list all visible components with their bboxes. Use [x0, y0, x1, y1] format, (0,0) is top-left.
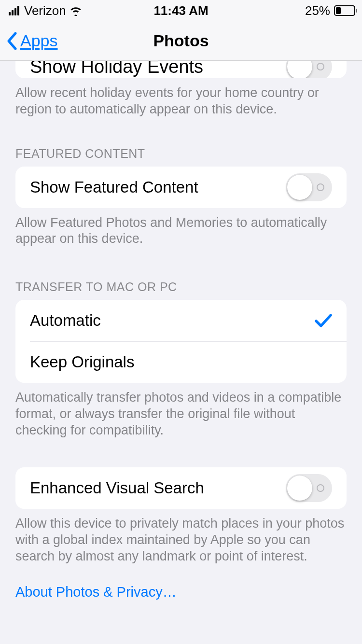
transfer-keep-originals-label: Keep Originals — [30, 353, 134, 371]
holiday-events-toggle[interactable] — [286, 61, 332, 78]
enhanced-visual-search-label: Enhanced Visual Search — [30, 479, 204, 497]
featured-content-footer: Allow Featured Photos and Memories to au… — [15, 208, 347, 248]
show-featured-content-label: Show Featured Content — [30, 178, 198, 196]
nav-bar: Apps Photos — [0, 21, 362, 61]
transfer-header: TRANSFER TO MAC OR PC — [15, 280, 347, 300]
carrier-label: Verizon — [24, 3, 66, 18]
enhanced-visual-search-toggle[interactable] — [286, 474, 332, 502]
featured-content-header: FEATURED CONTENT — [15, 147, 347, 167]
enhanced-visual-search-footer: Allow this device to privately match pla… — [15, 509, 347, 564]
transfer-automatic-row[interactable]: Automatic — [15, 300, 347, 341]
page-title: Photos — [153, 31, 209, 50]
settings-content: Show Holiday Events Allow recent holiday… — [0, 61, 362, 619]
back-button[interactable]: Apps — [7, 31, 58, 50]
status-bar: Verizon 11:43 AM 25% — [0, 0, 362, 21]
status-right: 25% — [305, 3, 355, 18]
holiday-events-label: Show Holiday Events — [30, 61, 203, 77]
holiday-events-footer: Allow recent holiday events for your hom… — [15, 78, 347, 118]
cellular-signal-icon — [9, 6, 19, 15]
enhanced-visual-search-card: Enhanced Visual Search — [15, 467, 347, 509]
status-time: 11:43 AM — [153, 3, 208, 18]
show-featured-content-row[interactable]: Show Featured Content — [15, 167, 347, 208]
battery-icon — [334, 5, 355, 16]
holiday-events-row[interactable]: Show Holiday Events — [15, 61, 347, 78]
back-label: Apps — [20, 31, 58, 50]
show-featured-content-toggle[interactable] — [286, 173, 332, 201]
transfer-keep-originals-row[interactable]: Keep Originals — [15, 341, 347, 383]
transfer-card: Automatic Keep Originals — [15, 300, 347, 383]
enhanced-visual-search-row[interactable]: Enhanced Visual Search — [15, 467, 347, 509]
about-photos-privacy-link[interactable]: About Photos & Privacy… — [0, 565, 362, 619]
chevron-left-icon — [7, 32, 17, 50]
featured-content-card: Show Featured Content — [15, 167, 347, 208]
wifi-icon — [69, 5, 83, 16]
checkmark-icon — [315, 313, 332, 328]
battery-percentage: 25% — [305, 3, 330, 18]
holiday-events-card: Show Holiday Events — [15, 61, 347, 78]
status-left: Verizon — [9, 3, 83, 18]
transfer-automatic-label: Automatic — [30, 311, 101, 330]
transfer-footer: Automatically transfer photos and videos… — [15, 383, 347, 438]
